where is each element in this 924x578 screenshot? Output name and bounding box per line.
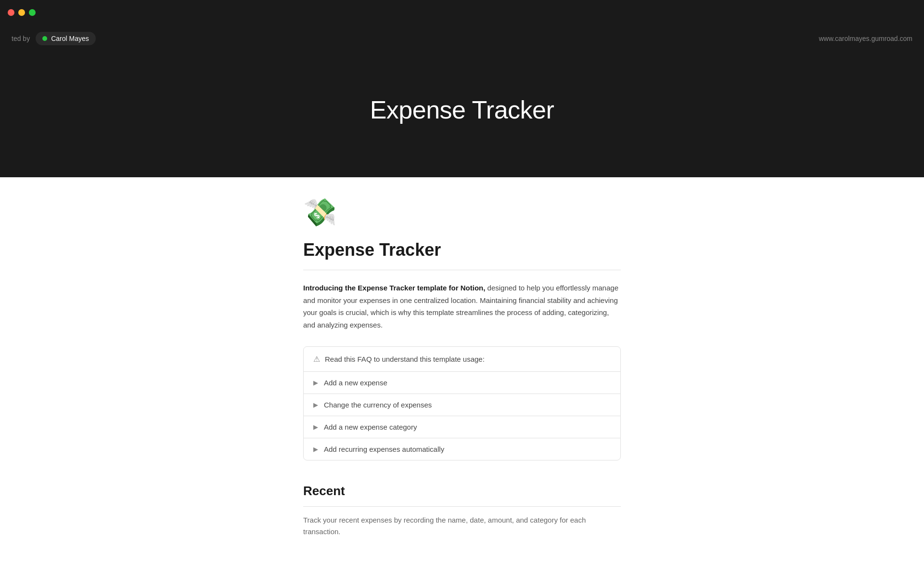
faq-item-3[interactable]: ▶ Add a new expense category	[304, 416, 620, 438]
intro-paragraph: Introducing the Expense Tracker template…	[303, 282, 621, 331]
faq-arrow-2: ▶	[313, 401, 318, 408]
faq-item-1[interactable]: ▶ Add a new expense	[304, 372, 620, 394]
main-content: 💸 Expense Tracker Introducing the Expens…	[294, 177, 630, 566]
faq-arrow-1: ▶	[313, 379, 318, 386]
author-online-dot	[42, 36, 47, 41]
faq-header-text: Read this FAQ to understand this templat…	[325, 355, 485, 363]
faq-item-4[interactable]: ▶ Add recurring expenses automatically	[304, 438, 620, 460]
nav-url: www.carolmayes.gumroad.com	[819, 35, 912, 42]
page-icon: 💸	[303, 197, 621, 228]
faq-item-2[interactable]: ▶ Change the currency of expenses	[304, 394, 620, 416]
intro-bold: Introducing the Expense Tracker template…	[303, 284, 485, 292]
top-nav: ted by Carol Mayes www.carolmayes.gumroa…	[0, 25, 924, 52]
recent-divider	[303, 506, 621, 507]
window-chrome	[0, 0, 924, 25]
faq-box: ⚠ Read this FAQ to understand this templ…	[303, 346, 621, 460]
minimize-button[interactable]	[18, 9, 25, 16]
ted-by-label: ted by	[12, 35, 30, 42]
faq-item-label-4: Add recurring expenses automatically	[324, 445, 444, 453]
faq-item-label-1: Add a new expense	[324, 379, 387, 387]
faq-item-label-2: Change the currency of expenses	[324, 401, 432, 409]
warning-icon: ⚠	[313, 355, 320, 364]
author-badge[interactable]: Carol Mayes	[36, 32, 96, 45]
hero-title: Expense Tracker	[370, 95, 554, 124]
page-title: Expense Tracker	[303, 240, 621, 260]
faq-header: ⚠ Read this FAQ to understand this templ…	[304, 347, 620, 372]
faq-item-label-3: Add a new expense category	[324, 423, 417, 431]
recent-section: Recent Track your recent expenses by rec…	[303, 484, 621, 538]
maximize-button[interactable]	[29, 9, 36, 16]
title-divider	[303, 270, 621, 270]
close-button[interactable]	[8, 9, 14, 16]
nav-left: ted by Carol Mayes	[12, 32, 96, 45]
faq-arrow-3: ▶	[313, 423, 318, 431]
recent-description: Track your recent expenses by recording …	[303, 514, 621, 538]
hero-section: Expense Tracker	[0, 52, 924, 177]
recent-title: Recent	[303, 484, 621, 499]
author-name: Carol Mayes	[51, 35, 89, 42]
faq-arrow-4: ▶	[313, 446, 318, 453]
traffic-lights	[8, 9, 36, 16]
